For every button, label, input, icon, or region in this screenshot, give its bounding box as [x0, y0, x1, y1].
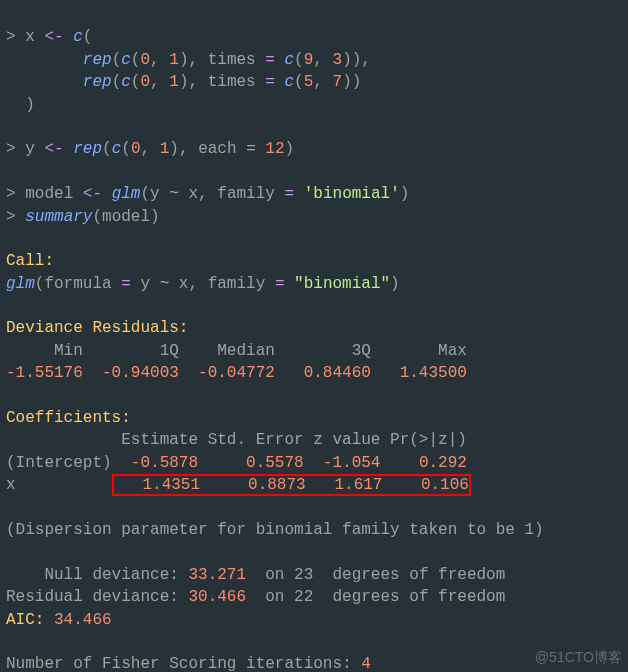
var-model: model [25, 185, 73, 203]
code-line: rep(c(0, 1), times = c(5, 7)) [6, 73, 361, 91]
deviance-title: Deviance Residuals: [6, 319, 198, 337]
var-x: x [25, 28, 35, 46]
var-y: y [25, 140, 35, 158]
coef-x-row: x 1.4351 0.8873 1.617 0.106 [6, 474, 471, 496]
dispersion-note: (Dispersion parameter for binomial famil… [6, 521, 544, 539]
aic-row: AIC: 34.466 [6, 611, 112, 629]
null-deviance-row: Null deviance: 33.271 on 23 degrees of f… [6, 566, 505, 584]
code-line: > summary(model) [6, 208, 160, 226]
output-call: glm(formula = y ~ x, family = "binomial"… [6, 275, 400, 293]
r-console-output: > x <- c( rep(c(0, 1), times = c(9, 3)),… [0, 0, 628, 672]
coefficients-header: Estimate Std. Error z value Pr(>|z|) [6, 431, 467, 449]
fisher-row: Number of Fisher Scoring iterations: 4 [6, 655, 371, 672]
code-line: rep(c(0, 1), times = c(9, 3)), [6, 51, 371, 69]
resid-deviance-row: Residual deviance: 30.466 on 22 degrees … [6, 588, 505, 606]
fn-glm: glm [112, 185, 141, 203]
highlight-box: 1.4351 0.8873 1.617 0.106 [112, 474, 471, 496]
watermark: @51CTO博客 [535, 648, 622, 668]
fn-c: c [73, 28, 83, 46]
deviance-values: -1.55176 -0.94003 -0.04772 0.84460 1.435… [6, 364, 486, 382]
fn-rep: rep [83, 51, 112, 69]
code-line: ) [6, 96, 35, 114]
prompt: > [6, 28, 16, 46]
code-line: > model <- glm(y ~ x, family = 'binomial… [6, 185, 409, 203]
fn-rep: rep [73, 140, 102, 158]
code-line: > y <- rep(c(0, 1), each = 12) [6, 140, 294, 158]
coef-intercept-row: (Intercept) -0.5878 0.5578 -1.054 0.292 [6, 454, 467, 472]
output-call-label: Call: [6, 252, 54, 270]
fn-summary: summary [25, 208, 92, 226]
assign-op: <- [44, 28, 63, 46]
fn-rep: rep [83, 73, 112, 91]
code-line: > x <- c( [6, 28, 92, 46]
coefficients-title: Coefficients: [6, 409, 131, 427]
deviance-header: Min 1Q Median 3Q Max [6, 342, 486, 360]
